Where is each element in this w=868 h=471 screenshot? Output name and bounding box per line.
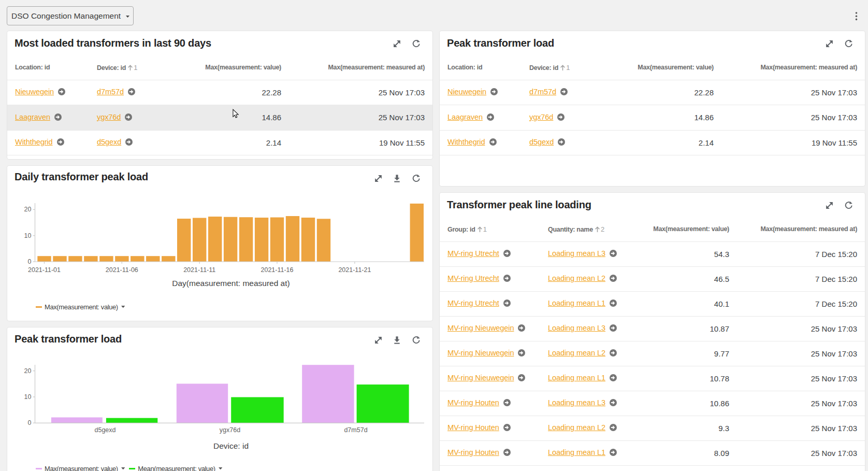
svg-text:0: 0 bbox=[28, 258, 32, 265]
svg-text:2021-11-11: 2021-11-11 bbox=[183, 266, 215, 274]
svg-text:2021-11-06: 2021-11-06 bbox=[106, 266, 138, 274]
svg-text:d7m57d: d7m57d bbox=[344, 426, 367, 434]
svg-text:2021-11-21: 2021-11-21 bbox=[338, 266, 371, 274]
svg-text:d5gexd: d5gexd bbox=[94, 426, 115, 434]
svg-text:20: 20 bbox=[24, 367, 32, 375]
svg-text:Device: id: Device: id bbox=[213, 441, 249, 450]
svg-text:0: 0 bbox=[28, 419, 32, 426]
svg-text:Day(measurement: measured at): Day(measurement: measured at) bbox=[172, 279, 290, 288]
svg-text:10: 10 bbox=[24, 393, 32, 401]
svg-text:10: 10 bbox=[24, 232, 32, 239]
svg-text:20: 20 bbox=[24, 206, 32, 213]
svg-text:2021-11-01: 2021-11-01 bbox=[28, 266, 61, 274]
svg-text:2021-11-16: 2021-11-16 bbox=[261, 266, 293, 274]
svg-text:ygx76d: ygx76d bbox=[220, 426, 240, 434]
